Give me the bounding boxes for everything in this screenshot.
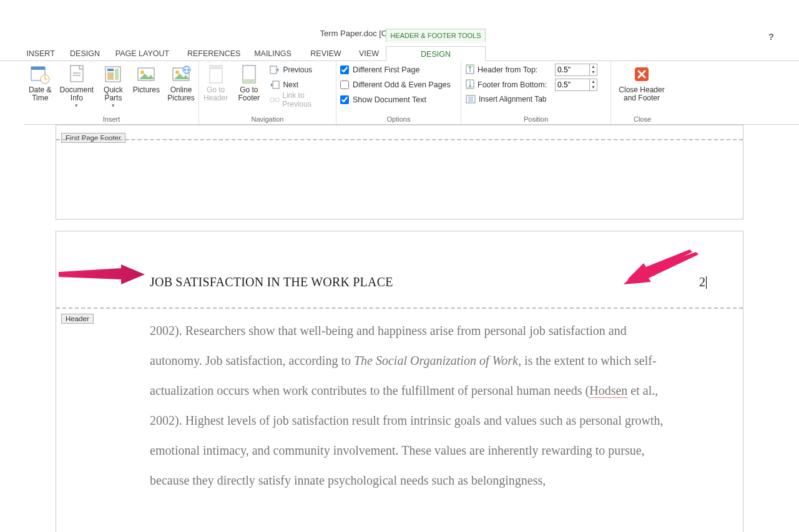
header-top-spinner[interactable]: ▲▼	[555, 64, 597, 76]
svg-rect-23	[270, 66, 277, 74]
tab-design[interactable]: DESIGN	[69, 46, 101, 61]
header-top-icon	[465, 64, 475, 76]
pictures-button[interactable]: Pictures	[133, 62, 160, 109]
document-area[interactable]: First Page Footer JOB SATISFACTION IN TH…	[24, 125, 775, 532]
dropdown-arrow-icon: ▾	[75, 102, 78, 109]
quick-parts-icon	[102, 64, 124, 85]
spinner-down-icon[interactable]: ▼	[590, 85, 597, 90]
running-head[interactable]: JOB SATISFACTION IN THE WORK PLACE	[150, 275, 393, 289]
document-info-button[interactable]: Document Info ▾	[59, 62, 94, 109]
online-pictures-button[interactable]: Online Pictures	[167, 62, 195, 109]
spinner-up-icon[interactable]: ▲	[590, 64, 597, 70]
date-time-button[interactable]: Date & Time	[28, 62, 52, 109]
spelling-error: Hodsen	[589, 384, 627, 398]
header-top-input[interactable]	[555, 64, 590, 76]
title-bar: Term Paper.doc [Compatibility Mode] - Wo…	[0, 29, 799, 42]
tab-hf-design[interactable]: DESIGN	[386, 46, 486, 61]
page-2: JOB SATISFACTION IN THE WORK PLACE 2 Hea…	[56, 231, 743, 532]
group-close: Close Header and Footer Close	[611, 61, 674, 124]
header-tag: Header	[61, 314, 94, 324]
different-first-page-checkbox[interactable]: Different First Page	[340, 64, 457, 76]
next-button[interactable]: Next	[269, 79, 332, 91]
close-icon	[631, 64, 652, 85]
svg-rect-22	[243, 79, 255, 83]
tab-page-layout[interactable]: PAGE LAYOUT	[115, 46, 170, 61]
tab-view[interactable]: VIEW	[357, 46, 381, 61]
help-button[interactable]: ?	[768, 31, 774, 42]
group-options-label: Options	[336, 115, 461, 123]
next-icon	[269, 80, 280, 90]
svg-rect-20	[210, 65, 222, 69]
header-content[interactable]: JOB SATISFACTION IN THE WORK PLACE 2	[150, 275, 705, 289]
footer-bottom-icon	[465, 79, 475, 91]
quick-parts-button[interactable]: Quick Parts ▾	[101, 62, 125, 109]
group-insert-label: Insert	[24, 115, 199, 123]
footer-page-icon	[238, 64, 260, 85]
pictures-icon	[135, 64, 157, 85]
spinner-down-icon[interactable]: ▼	[590, 70, 597, 75]
footer-bottom-input[interactable]	[555, 79, 590, 91]
go-to-footer-button[interactable]: Go to Footer	[236, 62, 262, 106]
link-to-previous-button[interactable]: Link to Previous	[269, 94, 332, 106]
footer-from-bottom-row: Footer from Bottom: ▲▼	[465, 78, 607, 92]
go-to-header-button[interactable]: Go to Header	[203, 62, 228, 106]
footer-boundary	[56, 139, 743, 140]
link-icon	[269, 95, 280, 105]
document-body-text: 2002). Researchers show that well-being …	[150, 316, 668, 495]
svg-rect-25	[273, 81, 279, 89]
alignment-tab-icon	[465, 94, 476, 104]
svg-rect-11	[107, 72, 114, 80]
group-position: Header from Top: ▲▼ Footer from Bottom: …	[461, 61, 611, 124]
group-position-label: Position	[461, 115, 610, 123]
spinner-up-icon[interactable]: ▲	[590, 79, 597, 85]
svg-point-15	[175, 70, 179, 74]
show-document-text-checkbox[interactable]: Show Document Text	[340, 94, 457, 106]
svg-point-13	[140, 70, 144, 74]
group-options: Different First Page Different Odd & Eve…	[336, 61, 461, 124]
tab-references[interactable]: REFERENCES	[187, 46, 238, 61]
group-insert: Date & Time Document Info ▾ Quick Parts …	[24, 61, 199, 124]
tab-strip: INSERT DESIGN PAGE LAYOUT REFERENCES MAI…	[0, 45, 799, 61]
group-navigation-label: Navigation	[199, 115, 336, 123]
tab-mailings[interactable]: MAILINGS	[252, 46, 293, 61]
svg-rect-9	[107, 69, 114, 71]
group-navigation: Go to Header Go to Footer Previous N	[199, 61, 336, 124]
previous-icon	[269, 65, 280, 75]
header-page-icon	[205, 64, 227, 85]
calendar-clock-icon	[29, 64, 51, 85]
header-from-top-row: Header from Top: ▲▼	[465, 63, 607, 77]
dropdown-arrow-icon: ▾	[112, 102, 115, 109]
page-1-bottom: First Page Footer	[56, 125, 743, 220]
tab-review[interactable]: REVIEW	[310, 46, 342, 61]
footer-bottom-spinner[interactable]: ▲▼	[555, 79, 597, 91]
group-close-label: Close	[611, 115, 674, 123]
svg-rect-10	[115, 69, 119, 80]
header-boundary	[56, 307, 743, 309]
close-header-footer-button[interactable]: Close Header and Footer	[615, 62, 669, 102]
online-pictures-icon	[170, 64, 192, 85]
different-odd-even-checkbox[interactable]: Different Odd & Even Pages	[340, 79, 457, 91]
document-info-icon	[66, 64, 87, 85]
word-app: Term Paper.doc [Compatibility Mode] - Wo…	[0, 0, 799, 532]
first-page-footer-tag: First Page Footer	[61, 133, 125, 143]
insert-alignment-tab-button[interactable]: Insert Alignment Tab	[465, 93, 607, 105]
previous-button[interactable]: Previous	[269, 64, 332, 76]
contextual-tab-header: HEADER & FOOTER TOOLS	[386, 29, 486, 42]
ribbon: Date & Time Document Info ▾ Quick Parts …	[24, 61, 799, 125]
svg-rect-1	[31, 67, 45, 70]
tab-insert[interactable]: INSERT	[25, 46, 56, 61]
page-number-field[interactable]: 2	[699, 275, 705, 289]
